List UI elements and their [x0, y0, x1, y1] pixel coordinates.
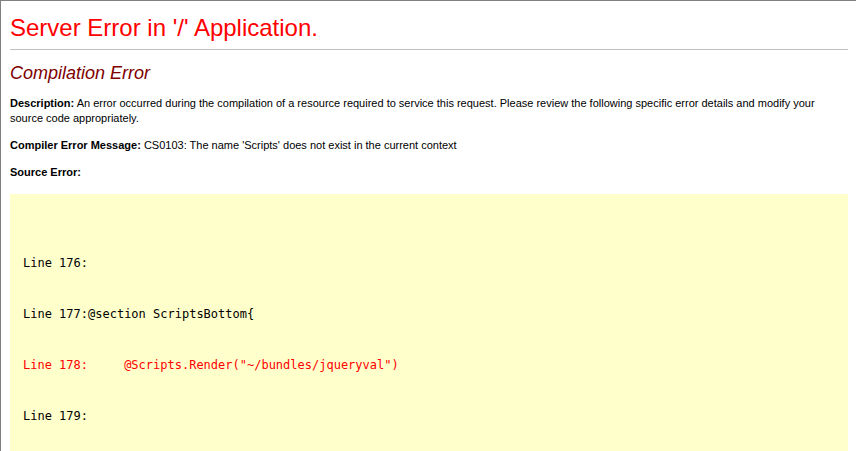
- error-page: Server Error in '/' Application. Compila…: [0, 0, 856, 451]
- description-label: Description:: [10, 97, 74, 109]
- title-divider: [10, 49, 848, 50]
- source-error-heading: Source Error:: [10, 165, 848, 180]
- compiler-error-text: CS0103: The name 'Scripts' does not exis…: [144, 139, 457, 151]
- compiler-error-paragraph: Compiler Error Message: CS0103: The name…: [10, 138, 848, 153]
- code-line: Line 176:: [23, 255, 838, 272]
- code-line-highlighted: Line 178: @Scripts.Render("~/bundles/jqu…: [23, 357, 838, 374]
- error-type-heading: Compilation Error: [10, 63, 848, 84]
- description-paragraph: Description: An error occurred during th…: [10, 96, 848, 126]
- code-line: Line 179:: [23, 408, 838, 425]
- compiler-error-label: Compiler Error Message:: [10, 139, 141, 151]
- page-title: Server Error in '/' Application.: [10, 15, 848, 41]
- description-text: An error occurred during the compilation…: [10, 97, 815, 124]
- source-error-code-box: Line 176: Line 177:@section ScriptsBotto…: [10, 194, 848, 451]
- source-error-label: Source Error:: [10, 166, 81, 178]
- code-line: Line 177:@section ScriptsBottom{: [23, 306, 838, 323]
